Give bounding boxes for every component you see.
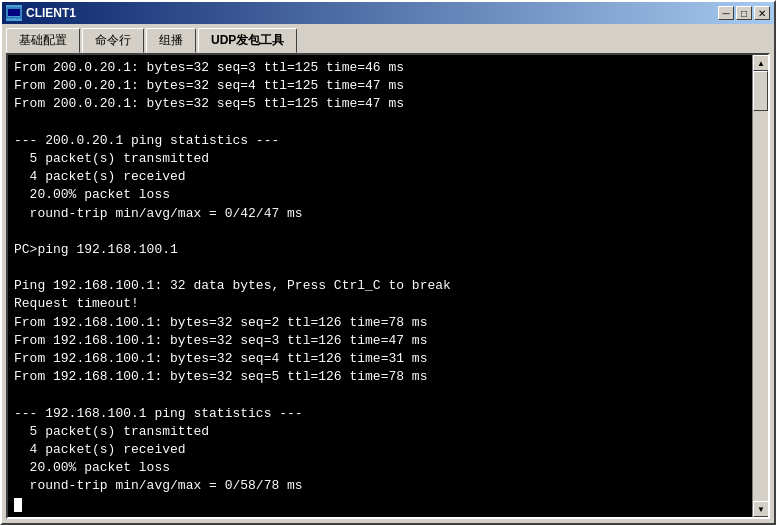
minimize-button[interactable]: ─ bbox=[718, 6, 734, 20]
maximize-button[interactable]: □ bbox=[736, 6, 752, 20]
svg-rect-2 bbox=[10, 17, 18, 18]
tab-cmd[interactable]: 命令行 bbox=[82, 28, 144, 53]
scroll-track[interactable] bbox=[753, 71, 768, 501]
title-bar: CLIENT1 ─ □ ✕ bbox=[2, 2, 774, 24]
scroll-up-button[interactable]: ▲ bbox=[753, 55, 769, 71]
scroll-thumb[interactable] bbox=[753, 71, 768, 111]
svg-rect-3 bbox=[12, 18, 16, 19]
window-title: CLIENT1 bbox=[26, 6, 76, 20]
terminal-cursor bbox=[14, 498, 22, 512]
terminal-output[interactable]: From 200.0.20.1: bytes=32 seq=3 ttl=125 … bbox=[8, 55, 752, 517]
tab-basic[interactable]: 基础配置 bbox=[6, 28, 80, 53]
main-window: CLIENT1 ─ □ ✕ 基础配置 命令行 组播 UDP发包工具 From 2… bbox=[0, 0, 776, 525]
scroll-down-button[interactable]: ▼ bbox=[753, 501, 769, 517]
window-controls: ─ □ ✕ bbox=[718, 6, 770, 20]
title-bar-left: CLIENT1 bbox=[6, 5, 76, 21]
tab-bar: 基础配置 命令行 组播 UDP发包工具 bbox=[2, 24, 774, 53]
scrollbar[interactable]: ▲ ▼ bbox=[752, 55, 768, 517]
tab-group[interactable]: 组播 bbox=[146, 28, 196, 53]
content-area: From 200.0.20.1: bytes=32 seq=3 ttl=125 … bbox=[6, 53, 770, 519]
svg-rect-1 bbox=[8, 9, 20, 16]
app-icon bbox=[6, 5, 22, 21]
close-button[interactable]: ✕ bbox=[754, 6, 770, 20]
tab-udp[interactable]: UDP发包工具 bbox=[198, 28, 297, 53]
